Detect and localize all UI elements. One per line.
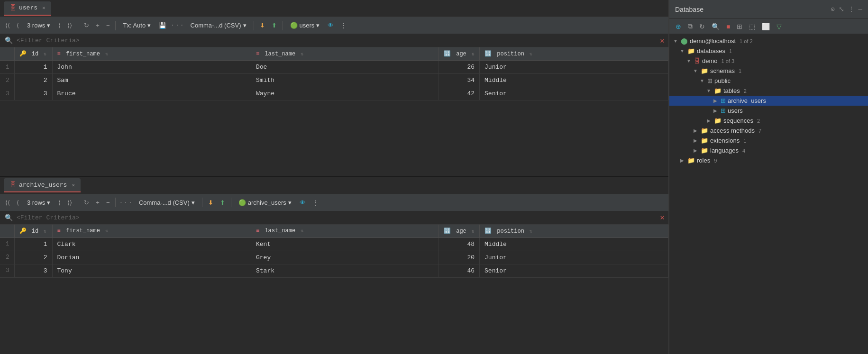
nav-prev-btn[interactable]: ⟨	[14, 20, 21, 30]
archive-tab-close[interactable]: ✕	[72, 182, 75, 188]
table-row[interactable]: 2 2 Sam Smith 34 Middle	[0, 74, 668, 87]
lastname-col-icon: ≡	[256, 51, 259, 57]
tab-archive-users[interactable]: 🗄 archive_users ✕	[4, 178, 81, 192]
save-btn[interactable]: 💾	[156, 20, 169, 30]
th-lastname[interactable]: ≡ last_name ⇅	[251, 47, 439, 61]
users-tab-close[interactable]: ✕	[42, 5, 46, 11]
nav-next-btn[interactable]: ⟩	[56, 20, 63, 30]
filter-criteria-label[interactable]: <Filter Criteria>	[17, 37, 80, 44]
tab-users[interactable]: 🗄 users ✕	[4, 1, 51, 16]
filter-bar-1: 🔍 <Filter Criteria> ✕	[0, 34, 668, 47]
grid-view-btn[interactable]: ⊞	[734, 21, 745, 32]
nav-first-btn[interactable]: ⟨⟨	[3, 20, 12, 30]
copy-btn[interactable]: ⧉	[685, 21, 695, 32]
tree-item-archive_users[interactable]: ▶ ⊞ archive_users	[669, 96, 868, 106]
terminal-btn[interactable]: ⬚	[747, 21, 758, 32]
csv-btn[interactable]: Comma-...d (CSV) ▾	[187, 20, 250, 30]
more-btn[interactable]: ⋮	[338, 20, 349, 30]
filter2-criteria-label[interactable]: <Filter Criteria>	[17, 214, 80, 221]
table-row[interactable]: 3 3 Tony Stark 46 Senior	[0, 264, 668, 277]
id2-col-icon: 🔑	[19, 228, 27, 235]
tx-btn[interactable]: Tx: Auto ▾	[119, 20, 155, 30]
more2-options-icon[interactable]: ···	[119, 199, 133, 206]
table-row[interactable]: 2 2 Dorian Grey 20 Junior	[0, 251, 668, 264]
stop-btn[interactable]: ■	[724, 21, 732, 32]
tree-chevron: ▶	[692, 148, 699, 153]
firstname-sort[interactable]: ⇅	[105, 52, 108, 57]
nav2-next-btn[interactable]: ⟩	[56, 198, 63, 208]
filter-tree-btn[interactable]: ▽	[774, 21, 784, 32]
add2-row-btn[interactable]: +	[93, 198, 102, 208]
tree-item-access-methods[interactable]: ▶ 📁 access methods 7	[669, 126, 868, 136]
th-firstname[interactable]: ≡ first_name ⇅	[52, 47, 251, 61]
tree-item-extensions[interactable]: ▶ 📁 extensions 1	[669, 136, 868, 145]
nav2-last-btn[interactable]: ⟩⟩	[65, 198, 74, 208]
nav-last-btn[interactable]: ⟩⟩	[65, 20, 74, 30]
upload-btn[interactable]: ⬆	[269, 20, 279, 30]
th2-id[interactable]: 🔑 id ⇅	[14, 225, 52, 238]
pos-sort[interactable]: ⇅	[530, 52, 532, 57]
filter2-close-btn[interactable]: ✕	[660, 213, 665, 222]
table-row[interactable]: 1 1 John Doe 26 Junior	[0, 61, 668, 74]
age2-sort[interactable]: ⇅	[472, 229, 475, 234]
users-table-wrap: 🔑 id ⇅ ≡ first_name ⇅ ≡ last_name ⇅ �	[0, 47, 668, 176]
more2-btn[interactable]: ⋮	[310, 198, 321, 208]
rows2-count-btn[interactable]: 3 rows ▾	[23, 198, 54, 208]
table-row[interactable]: 3 3 Bruce Wayne 42 Senior	[0, 87, 668, 100]
tree-item-users[interactable]: ▶ ⊞ users	[669, 106, 868, 116]
refresh2-btn[interactable]: ↻	[82, 198, 91, 208]
del-row-btn[interactable]: −	[104, 20, 112, 30]
id-sort[interactable]: ⇅	[44, 52, 46, 57]
del2-row-btn[interactable]: −	[104, 198, 112, 208]
th-position[interactable]: 🔢 position ⇅	[480, 47, 668, 61]
csv2-btn[interactable]: Comma-...d (CSV) ▾	[135, 198, 199, 208]
tree-item-schemas[interactable]: ▼ 📁 schemas 1	[669, 66, 868, 76]
rows2-count-label: 3 rows	[27, 199, 45, 206]
tree-item-roles[interactable]: ▶ 📁 roles 9	[669, 155, 868, 165]
id2-sort[interactable]: ⇅	[44, 229, 46, 234]
add-row-btn[interactable]: +	[93, 20, 102, 30]
view2-btn[interactable]: 👁	[297, 198, 308, 208]
tree-item-public[interactable]: ▼ ⊞ public	[669, 76, 868, 86]
collapse-icon[interactable]: ⤡	[839, 5, 844, 13]
open-tab-btn[interactable]: ⬜	[759, 21, 772, 32]
th-id[interactable]: 🔑 id ⇅	[14, 47, 52, 61]
download-btn[interactable]: ⬇	[257, 20, 267, 30]
options-icon[interactable]: ⋮	[848, 5, 855, 13]
table-row[interactable]: 1 1 Clark Kent 48 Middle	[0, 237, 668, 251]
tree-item-demo@localhost[interactable]: ▼ ⬤ demo@localhost 1 of 2	[669, 36, 868, 46]
add-connection-btn[interactable]: ⊕	[673, 21, 684, 32]
nav2-first-btn[interactable]: ⟨⟨	[3, 198, 12, 208]
nav2-prev-btn[interactable]: ⟨	[14, 198, 21, 208]
more-options-icon[interactable]: ···	[171, 22, 184, 29]
archive-table-body: 1 1 Clark Kent 48 Middle 2 2 Dorian Grey…	[0, 237, 668, 277]
rows-count-btn[interactable]: 3 rows ▾	[23, 20, 54, 30]
th2-age[interactable]: 🔢 age ⇅	[439, 225, 479, 238]
refresh-btn[interactable]: ↻	[82, 20, 91, 30]
filter-close-btn[interactable]: ✕	[660, 36, 665, 45]
lastname-sort[interactable]: ⇅	[301, 52, 303, 57]
download2-btn[interactable]: ⬇	[206, 198, 216, 208]
view-btn[interactable]: 👁	[325, 20, 336, 30]
tree-item-databases[interactable]: ▼ 📁 databases 1	[669, 46, 868, 56]
pos2-sort[interactable]: ⇅	[530, 229, 532, 234]
lastname2-sort[interactable]: ⇅	[301, 228, 303, 234]
target-icon[interactable]: ⊙	[831, 5, 834, 13]
tree-item-demo[interactable]: ▼ 🗄 demo 1 of 3	[669, 56, 868, 66]
age-sort[interactable]: ⇅	[472, 52, 475, 57]
table-name-btn[interactable]: 🟢 users ▾	[286, 20, 324, 30]
close-panel-icon[interactable]: ─	[859, 6, 862, 13]
tree-item-tables[interactable]: ▼ 📁 tables 2	[669, 86, 868, 96]
search-tree-btn[interactable]: 🔍	[709, 21, 722, 32]
refresh-tree-btn[interactable]: ↻	[697, 21, 707, 32]
th2-lastname[interactable]: ≡ last_name ⇅	[251, 225, 439, 238]
table2-name-btn[interactable]: 🟢 archive_users ▾	[235, 198, 295, 208]
th-age[interactable]: 🔢 age ⇅	[439, 47, 479, 61]
tree-item-languages[interactable]: ▶ 📁 languages 4	[669, 145, 868, 155]
th2-position[interactable]: 🔢 position ⇅	[480, 225, 668, 238]
firstname2-sort[interactable]: ⇅	[105, 228, 108, 234]
tree-label: demo	[702, 57, 718, 64]
tree-item-sequences[interactable]: ▶ 📁 sequences 2	[669, 116, 868, 126]
th2-firstname[interactable]: ≡ first_name ⇅	[52, 225, 251, 238]
upload2-btn[interactable]: ⬆	[218, 198, 228, 208]
